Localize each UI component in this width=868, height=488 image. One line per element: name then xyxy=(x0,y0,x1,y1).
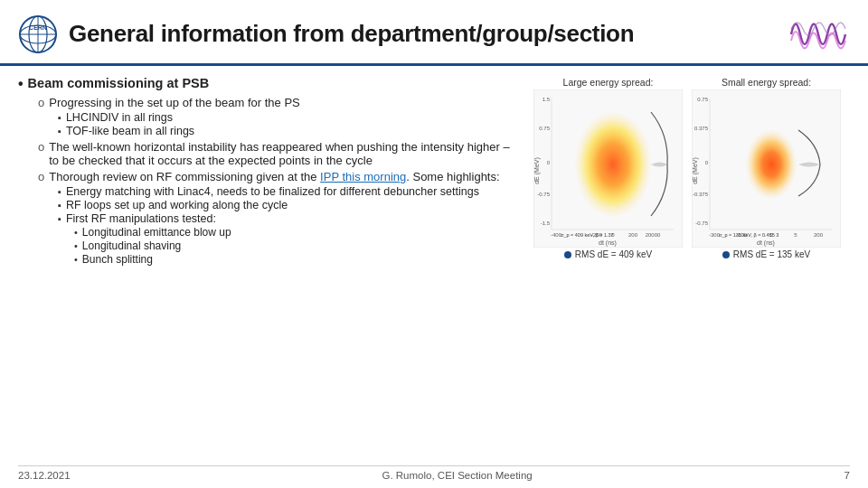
page-title: General information from department/grou… xyxy=(69,20,778,48)
footer-page: 7 xyxy=(844,470,850,481)
right-column: Large energy spread: dE (MeV) dt (ns) xyxy=(524,73,850,267)
footer: 23.12.2021 G. Rumolo, CEI Section Meetin… xyxy=(18,465,850,481)
sub-sub-item-3-1: Energy matching with Linac4, needs to be… xyxy=(18,185,515,198)
svg-text:20000: 20000 xyxy=(646,232,661,238)
svg-text:-0.375: -0.375 xyxy=(693,192,709,197)
svg-text:0.375: 0.375 xyxy=(694,126,709,131)
sub-sub-sub-item-3-3-1: Longitudinal emittance blow up xyxy=(18,226,515,239)
content-area: Beam commissioning at PSB Progressing in… xyxy=(0,66,868,267)
svg-text:0.75: 0.75 xyxy=(697,97,708,102)
svg-point-28 xyxy=(746,130,797,199)
svg-text:dE (MeV): dE (MeV) xyxy=(692,157,699,184)
rms-right-label: RMS dE = 135 keV xyxy=(722,249,810,259)
cern-logo: CERN xyxy=(18,14,58,54)
chart-pair: Large energy spread: dE (MeV) dt (ns) xyxy=(524,77,850,259)
rms-left-label: RMS dE = 409 keV xyxy=(564,249,652,259)
chart-large-energy: Large energy spread: dE (MeV) dt (ns) xyxy=(533,77,683,259)
left-column: Beam commissioning at PSB Progressing in… xyxy=(18,73,515,267)
svg-text:1.5: 1.5 xyxy=(542,97,551,102)
slide: CERN General information from department… xyxy=(0,0,868,488)
svg-text:σ_p = 135 keV, β = 0.455 3: σ_p = 135 keV, β = 0.455 3 xyxy=(719,232,778,238)
small-energy-chart: dE (MeV) dt (ns) 0.75 0.375 0 -0.375 xyxy=(692,89,841,248)
svg-text:0.75: 0.75 xyxy=(539,126,550,131)
large-energy-label: Large energy spread: xyxy=(563,77,654,88)
svg-text:-0.75: -0.75 xyxy=(537,192,550,197)
svg-text:dE (MeV): dE (MeV) xyxy=(533,157,541,184)
footer-author: G. Rumolo, CEI Section Meeting xyxy=(382,470,532,481)
small-energy-label: Small energy spread: xyxy=(722,77,811,88)
chart-small-energy: Small energy spread: dE (MeV) xyxy=(692,77,841,259)
svg-text:200: 200 xyxy=(628,232,638,238)
sub-item-3: Thorough review on RF commissioning give… xyxy=(18,170,515,183)
header: CERN General information from department… xyxy=(0,0,868,66)
svg-text:-0.75: -0.75 xyxy=(695,221,708,226)
waveform-icon xyxy=(787,9,850,59)
sub-item-2: The well-known horizontal instability ha… xyxy=(18,140,515,167)
sub-sub-item-3-2: RF loops set up and working along the cy… xyxy=(18,199,515,211)
sub-sub-item-1-1: LHCINDIV in all rings xyxy=(18,111,515,124)
large-energy-chart: dE (MeV) dt (ns) xyxy=(533,89,683,248)
sub-sub-sub-item-3-3-2: Longitudinal shaving xyxy=(18,239,515,252)
svg-text:dt (ns): dt (ns) xyxy=(599,239,617,247)
svg-text:dt (ns): dt (ns) xyxy=(757,239,775,247)
footer-date: 23.12.2021 xyxy=(18,470,71,481)
main-bullet: Beam commissioning at PSB xyxy=(18,76,515,92)
sub-sub-item-1-2: TOF-like beam in all rings xyxy=(18,125,515,137)
sub-sub-sub-item-3-3-3: Bunch splitting xyxy=(18,253,515,266)
svg-text:σ_p = 409 keV, β = 1.37: σ_p = 409 keV, β = 1.37 xyxy=(561,232,614,238)
svg-text:-1.5: -1.5 xyxy=(541,221,551,226)
svg-point-11 xyxy=(575,112,651,217)
svg-text:200: 200 xyxy=(814,232,824,238)
sub-sub-item-3-3: First RF manipulations tested: xyxy=(18,212,515,225)
ipp-link[interactable]: IPP this morning xyxy=(320,170,406,183)
sub-item-1: Progressing in the set up of the beam fo… xyxy=(18,96,515,109)
